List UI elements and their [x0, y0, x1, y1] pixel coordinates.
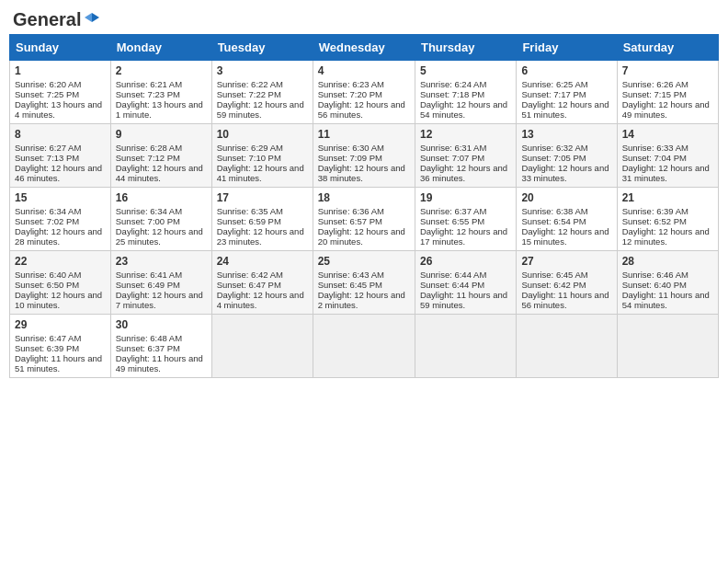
sunrise-text: Sunrise: 6:35 AM — [217, 206, 283, 216]
day-number: 8 — [15, 128, 106, 141]
sunset-text: Sunset: 6:54 PM — [521, 216, 586, 226]
sunset-text: Sunset: 7:09 PM — [318, 153, 382, 163]
calendar-cell: 6Sunrise: 6:25 AMSunset: 7:17 PMDaylight… — [517, 61, 617, 124]
sunset-text: Sunset: 7:02 PM — [15, 216, 79, 226]
daylight-text: Daylight: 12 hours and 20 minutes. — [318, 226, 405, 247]
day-number: 1 — [15, 64, 106, 77]
day-number: 29 — [15, 318, 106, 331]
sunset-text: Sunset: 6:57 PM — [318, 216, 382, 226]
calendar-cell: 29Sunrise: 6:47 AMSunset: 6:39 PMDayligh… — [10, 315, 111, 378]
daylight-text: Daylight: 13 hours and 1 minute. — [116, 99, 203, 120]
sunset-text: Sunset: 6:37 PM — [116, 343, 180, 353]
daylight-text: Daylight: 12 hours and 4 minutes. — [217, 290, 304, 310]
sunset-text: Sunset: 7:18 PM — [420, 89, 484, 99]
calendar-cell: 24Sunrise: 6:42 AMSunset: 6:47 PMDayligh… — [211, 251, 313, 315]
daylight-text: Daylight: 12 hours and 51 minutes. — [521, 99, 609, 120]
logo-text-general: General — [13, 9, 81, 30]
calendar-cell: 8Sunrise: 6:27 AMSunset: 7:13 PMDaylight… — [10, 124, 111, 188]
svg-marker-1 — [85, 13, 92, 22]
sunrise-text: Sunrise: 6:28 AM — [116, 143, 182, 153]
daylight-text: Daylight: 12 hours and 10 minutes. — [15, 290, 102, 310]
sunset-text: Sunset: 6:45 PM — [318, 280, 382, 290]
calendar-cell: 25Sunrise: 6:43 AMSunset: 6:45 PMDayligh… — [313, 251, 415, 315]
sunset-text: Sunset: 7:12 PM — [116, 153, 180, 163]
page-header: General — [9, 9, 719, 27]
daylight-text: Daylight: 12 hours and 15 minutes. — [521, 226, 609, 247]
calendar-cell: 12Sunrise: 6:31 AMSunset: 7:07 PMDayligh… — [415, 124, 516, 188]
calendar-week-row: 8Sunrise: 6:27 AMSunset: 7:13 PMDaylight… — [10, 124, 719, 188]
sunset-text: Sunset: 6:47 PM — [217, 280, 281, 290]
daylight-text: Daylight: 12 hours and 59 minutes. — [217, 99, 304, 120]
calendar-cell: 7Sunrise: 6:26 AMSunset: 7:15 PMDaylight… — [617, 61, 718, 124]
calendar-cell — [517, 315, 617, 378]
calendar-week-row: 1Sunrise: 6:20 AMSunset: 7:25 PMDaylight… — [10, 61, 719, 124]
sunset-text: Sunset: 6:55 PM — [420, 216, 484, 226]
sunrise-text: Sunrise: 6:26 AM — [622, 79, 688, 89]
calendar-cell: 3Sunrise: 6:22 AMSunset: 7:22 PMDaylight… — [211, 61, 313, 124]
sunrise-text: Sunrise: 6:32 AM — [521, 143, 587, 153]
day-header-tuesday: Tuesday — [211, 35, 313, 61]
calendar-cell: 30Sunrise: 6:48 AMSunset: 6:37 PMDayligh… — [110, 315, 211, 378]
day-header-thursday: Thursday — [415, 35, 516, 61]
sunrise-text: Sunrise: 6:41 AM — [116, 270, 182, 280]
day-number: 23 — [116, 255, 207, 268]
sunrise-text: Sunrise: 6:20 AM — [15, 79, 81, 89]
sunset-text: Sunset: 7:07 PM — [420, 153, 484, 163]
sunrise-text: Sunrise: 6:40 AM — [15, 270, 81, 280]
calendar-cell: 15Sunrise: 6:34 AMSunset: 7:02 PMDayligh… — [10, 188, 111, 251]
calendar-table: SundayMondayTuesdayWednesdayThursdayFrid… — [9, 34, 719, 378]
daylight-text: Daylight: 11 hours and 59 minutes. — [420, 290, 507, 310]
day-header-sunday: Sunday — [10, 35, 111, 61]
calendar-cell: 17Sunrise: 6:35 AMSunset: 6:59 PMDayligh… — [211, 188, 313, 251]
calendar-cell: 20Sunrise: 6:38 AMSunset: 6:54 PMDayligh… — [517, 188, 617, 251]
day-header-monday: Monday — [110, 35, 211, 61]
day-number: 27 — [521, 255, 611, 268]
daylight-text: Daylight: 12 hours and 23 minutes. — [217, 226, 304, 247]
sunrise-text: Sunrise: 6:44 AM — [420, 270, 486, 280]
sunrise-text: Sunrise: 6:21 AM — [116, 79, 182, 89]
day-number: 6 — [521, 64, 611, 77]
sunrise-text: Sunrise: 6:30 AM — [318, 143, 384, 153]
sunrise-text: Sunrise: 6:48 AM — [116, 333, 182, 343]
calendar-week-row: 22Sunrise: 6:40 AMSunset: 6:50 PMDayligh… — [10, 251, 719, 315]
calendar-cell: 21Sunrise: 6:39 AMSunset: 6:52 PMDayligh… — [617, 188, 718, 251]
sunrise-text: Sunrise: 6:38 AM — [521, 206, 587, 216]
sunrise-text: Sunrise: 6:42 AM — [217, 270, 283, 280]
calendar-cell — [313, 315, 415, 378]
day-number: 10 — [217, 128, 308, 141]
sunset-text: Sunset: 6:49 PM — [116, 280, 180, 290]
calendar-cell: 11Sunrise: 6:30 AMSunset: 7:09 PMDayligh… — [313, 124, 415, 188]
calendar-cell: 4Sunrise: 6:23 AMSunset: 7:20 PMDaylight… — [313, 61, 415, 124]
daylight-text: Daylight: 12 hours and 12 minutes. — [622, 226, 710, 247]
logo-flag-icon — [83, 11, 101, 29]
day-number: 20 — [521, 191, 611, 204]
sunrise-text: Sunrise: 6:29 AM — [217, 143, 283, 153]
calendar-cell: 13Sunrise: 6:32 AMSunset: 7:05 PMDayligh… — [517, 124, 617, 188]
daylight-text: Daylight: 12 hours and 36 minutes. — [420, 163, 507, 183]
day-header-friday: Friday — [517, 35, 617, 61]
calendar-cell — [617, 315, 718, 378]
calendar-cell: 27Sunrise: 6:45 AMSunset: 6:42 PMDayligh… — [517, 251, 617, 315]
day-number: 17 — [217, 191, 308, 204]
sunset-text: Sunset: 7:05 PM — [521, 153, 586, 163]
sunset-text: Sunset: 6:52 PM — [622, 216, 687, 226]
daylight-text: Daylight: 12 hours and 25 minutes. — [116, 226, 203, 247]
sunset-text: Sunset: 7:15 PM — [622, 89, 687, 99]
day-number: 5 — [420, 64, 511, 77]
calendar-cell: 1Sunrise: 6:20 AMSunset: 7:25 PMDaylight… — [10, 61, 111, 124]
day-number: 18 — [318, 191, 410, 204]
daylight-text: Daylight: 12 hours and 2 minutes. — [318, 290, 405, 310]
calendar-cell: 23Sunrise: 6:41 AMSunset: 6:49 PMDayligh… — [110, 251, 211, 315]
sunrise-text: Sunrise: 6:47 AM — [15, 333, 81, 343]
daylight-text: Daylight: 12 hours and 33 minutes. — [521, 163, 609, 183]
daylight-text: Daylight: 11 hours and 49 minutes. — [116, 353, 203, 373]
sunset-text: Sunset: 6:42 PM — [521, 280, 586, 290]
sunrise-text: Sunrise: 6:33 AM — [622, 143, 688, 153]
sunset-text: Sunset: 6:40 PM — [622, 280, 687, 290]
daylight-text: Daylight: 11 hours and 56 minutes. — [521, 290, 609, 310]
daylight-text: Daylight: 12 hours and 28 minutes. — [15, 226, 102, 247]
day-number: 14 — [622, 128, 713, 141]
day-number: 16 — [116, 191, 207, 204]
calendar-cell: 16Sunrise: 6:34 AMSunset: 7:00 PMDayligh… — [110, 188, 211, 251]
calendar-cell: 18Sunrise: 6:36 AMSunset: 6:57 PMDayligh… — [313, 188, 415, 251]
